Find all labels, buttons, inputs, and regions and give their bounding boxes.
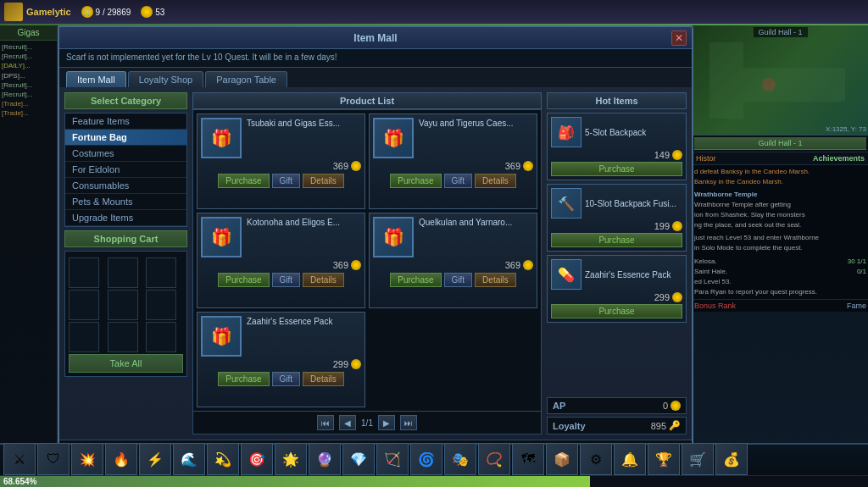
details-button-1[interactable]: Details — [303, 174, 344, 188]
loyalty-value: 895 — [651, 421, 666, 431]
gold-display: 53 — [141, 6, 164, 18]
chat-line: [DPS]... — [2, 71, 55, 80]
gift-button-1[interactable]: Gift — [272, 174, 301, 188]
details-button-4[interactable]: Details — [475, 273, 516, 287]
purchase-button-5[interactable]: Purchase — [218, 372, 269, 386]
category-list: Feature Items Fortune Bag Costumes For E… — [64, 113, 187, 227]
hot-item-icon-3: 💊 — [551, 259, 581, 290]
skill-icon-2[interactable]: 🛡 — [37, 443, 70, 475]
price-value-5: 299 — [333, 359, 348, 369]
skill-icon-6[interactable]: 🌊 — [173, 443, 205, 475]
hot-purchase-button-2[interactable]: Purchase — [551, 233, 682, 247]
page-first-button[interactable]: ⏮ — [317, 415, 334, 430]
modal-close-button[interactable]: ✕ — [671, 30, 687, 46]
chat-right-line: Banksy in the Candeo Marsh. — [694, 177, 866, 187]
gold-amount: 53 — [155, 8, 164, 17]
price-value-2: 369 — [505, 161, 520, 171]
skill-icon-8[interactable]: 🎯 — [241, 443, 273, 475]
page-last-button[interactable]: ⏭ — [400, 415, 417, 430]
skill-icon-14[interactable]: 🎭 — [444, 443, 476, 475]
faction-label: Gigas — [0, 25, 57, 41]
product-card-inner-5: 🎁 Zaahir's Essence Pack — [201, 316, 361, 357]
category-feature-items[interactable]: Feature Items — [65, 113, 186, 130]
product-card-1: 🎁 Tsubaki and Gigas Ess... 369 Purchase … — [197, 113, 365, 209]
skill-icon-11[interactable]: 💎 — [342, 443, 375, 475]
category-pets-mounts[interactable]: Pets & Mounts — [65, 194, 186, 210]
bottom-bar: ⚔ 🛡 💥 🔥 ⚡ 🌊 💫 🎯 🌟 🔮 💎 🏹 🌀 🎭 📿 🗺 📦 ⚙ 🔔 🏆 … — [0, 443, 868, 487]
notice-text: Scarf is not implemented yet for the Lv … — [66, 53, 337, 62]
chat-feed: [Recruit]... [Recruit]... [DAILY]... [DP… — [0, 41, 57, 120]
product-list-section: Product List 🎁 Tsubaki and Gigas Ess... … — [192, 92, 542, 434]
category-for-eidolon[interactable]: For Eidolon — [65, 162, 186, 178]
purchase-button-1[interactable]: Purchase — [218, 174, 269, 188]
details-button-3[interactable]: Details — [303, 273, 344, 287]
tab-loyalty-shop[interactable]: Loyalty Shop — [128, 71, 204, 87]
hot-item-name-2: 10-Slot Backpack Fusi... — [585, 199, 682, 208]
skill-icon-21[interactable]: 🛒 — [682, 443, 714, 475]
product-buttons-3: Purchase Gift Details — [201, 273, 361, 287]
product-price-3: 369 — [201, 260, 361, 270]
skill-icon-16[interactable]: 🗺 — [512, 443, 544, 475]
hot-item-inner-3: 💊 Zaahir's Essence Pack — [551, 259, 682, 290]
username: Gamelytic — [26, 7, 71, 17]
category-costumes[interactable]: Costumes — [65, 146, 186, 162]
skill-icon-4[interactable]: 🔥 — [105, 443, 137, 475]
right-panel: Guild Hall - 1 X:1325, Y: 73 Guild Hall … — [692, 25, 868, 487]
product-card-inner-4: 🎁 Quelkulan and Yarnaro... — [373, 217, 533, 257]
hot-item-inner-1: 🎒 5-Slot Backpack — [551, 117, 682, 147]
product-card-2: 🎁 Vayu and Tigerus Caes... 369 Purchase … — [369, 113, 537, 209]
take-all-button[interactable]: Take All — [69, 354, 183, 373]
chat-line: [Recruit]... — [2, 52, 55, 61]
tab-item-mall[interactable]: Item Mall — [66, 71, 126, 87]
details-button-2[interactable]: Details — [475, 174, 516, 188]
skill-icon-22[interactable]: 💰 — [715, 443, 748, 475]
achievements-header: Histor Achievements — [693, 152, 868, 165]
minimap-coords: X:1325, Y: 73 — [826, 125, 866, 133]
page-prev-button[interactable]: ◀ — [339, 415, 356, 430]
party-info: Kelosa. 30 1/1 — [694, 257, 866, 267]
ap-value: 0 — [663, 401, 668, 411]
details-button-5[interactable]: Details — [303, 372, 344, 386]
skill-icon-12[interactable]: 🏹 — [376, 443, 409, 475]
hot-purchase-button-3[interactable]: Purchase — [551, 304, 682, 318]
svg-point-2 — [762, 78, 776, 91]
chat-right-line: in Solo Mode to complete the quest. — [694, 243, 866, 253]
hot-item-card-2: 🔨 10-Slot Backpack Fusi... 199 Purchase — [547, 184, 687, 252]
gift-button-4[interactable]: Gift — [444, 273, 473, 287]
category-section-title: Select Category — [64, 92, 187, 109]
gift-button-2[interactable]: Gift — [444, 174, 473, 188]
skill-icon-7[interactable]: 💫 — [207, 443, 239, 475]
skill-icon-20[interactable]: 🏆 — [648, 443, 680, 475]
chat-right-line: Wrathborne Temple — [694, 190, 866, 200]
skill-icon-3[interactable]: 💥 — [71, 443, 103, 475]
purchase-button-3[interactable]: Purchase — [218, 273, 269, 287]
purchase-button-4[interactable]: Purchase — [390, 273, 441, 287]
skill-icon-5[interactable]: ⚡ — [139, 443, 171, 475]
skill-icon-13[interactable]: 🌀 — [410, 443, 442, 475]
gift-button-5[interactable]: Gift — [272, 372, 301, 386]
skill-icon-1[interactable]: ⚔ — [3, 443, 36, 475]
category-consumables[interactable]: Consumables — [65, 178, 186, 194]
category-fortune-bag[interactable]: Fortune Bag — [65, 130, 186, 146]
skill-icon-17[interactable]: 📦 — [546, 443, 578, 475]
skill-icon-9[interactable]: 🌟 — [275, 443, 307, 475]
skill-icon-18[interactable]: ⚙ — [580, 443, 612, 475]
category-upgrade-items[interactable]: Upgrade Items — [65, 210, 186, 226]
gift-button-3[interactable]: Gift — [272, 273, 301, 287]
price-value-3: 369 — [333, 260, 348, 270]
loyalty-icon: 🔑 — [669, 420, 681, 431]
cart-slot-4 — [69, 290, 99, 320]
page-next-button[interactable]: ▶ — [378, 415, 395, 430]
skill-icon-19[interactable]: 🔔 — [614, 443, 646, 475]
tab-paragon-table[interactable]: Paragon Table — [205, 71, 287, 87]
hot-purchase-button-1[interactable]: Purchase — [551, 162, 682, 176]
price-value-1: 369 — [333, 161, 348, 171]
product-card-4: 🎁 Quelkulan and Yarnaro... 369 Purchase … — [369, 213, 537, 308]
shopping-cart: Take All — [64, 251, 187, 377]
skill-icon-15[interactable]: 📿 — [478, 443, 510, 475]
purchase-button-2[interactable]: Purchase — [390, 174, 441, 188]
skill-icon-10[interactable]: 🔮 — [309, 443, 341, 475]
currency-amount: 9 / 29869 — [96, 8, 131, 17]
hot-item-name-3: Zaahir's Essence Pack — [585, 270, 682, 279]
player-avatar — [4, 3, 23, 21]
